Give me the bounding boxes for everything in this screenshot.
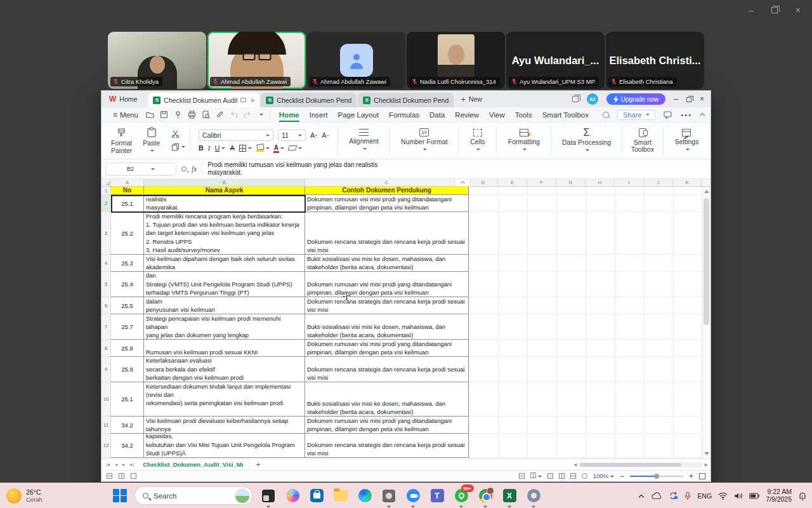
empty-cells[interactable] — [469, 272, 702, 297]
app-zoom-icon[interactable] — [405, 488, 421, 504]
onedrive-cloud-icon[interactable] — [652, 492, 662, 500]
cell-B6[interactable]: Mekanisme dan keterlibatan pemangku kepe… — [144, 297, 305, 314]
cell-C11[interactable]: Dokumen rumusan visi misi prodi yang dit… — [305, 417, 469, 434]
empty-cells[interactable] — [469, 340, 702, 357]
share-button[interactable]: Share — [617, 110, 655, 120]
empty-cells[interactable] — [469, 187, 702, 195]
smart-toolbox-button[interactable]: Smart Toolbox — [627, 128, 658, 154]
format-brush-icon[interactable] — [216, 110, 224, 119]
hscroll-right-icon[interactable]: ▶ — [705, 462, 708, 467]
print-preview-icon[interactable] — [202, 110, 210, 119]
zoom-in-button[interactable]: + — [689, 472, 693, 481]
row-header[interactable]: 12 — [102, 434, 111, 458]
empty-cells[interactable] — [469, 382, 702, 417]
column-header-C[interactable]: C — [305, 179, 469, 186]
speaker-icon[interactable] — [734, 492, 743, 500]
menu-item-insert[interactable]: Insert — [304, 107, 333, 122]
normal-view-icon[interactable] — [547, 473, 553, 479]
search-box[interactable]: Search — [134, 486, 252, 505]
menu-item-view[interactable]: View — [484, 107, 510, 122]
next-sheet-icon[interactable]: ▸ — [121, 462, 127, 467]
row-header[interactable]: 6 — [102, 297, 111, 314]
tab-close-icon[interactable]: × — [251, 97, 254, 104]
upgrade-button[interactable]: Upgrade now — [606, 93, 665, 105]
collapse-ribbon-icon[interactable] — [700, 113, 705, 118]
document-tab[interactable]: SChecklist Dokumen Audit Vi× — [148, 93, 259, 107]
tab-wps-home[interactable]: W Home — [102, 91, 147, 107]
row-header[interactable]: 1 — [102, 187, 111, 195]
bold-button[interactable]: B — [199, 144, 204, 152]
document-tab[interactable]: SChecklist Dokumen Pendukung Audi — [358, 93, 454, 107]
window-minimize-button[interactable]: – — [674, 95, 678, 104]
new-tab-button[interactable]: + New — [454, 91, 488, 107]
scroll-down-icon[interactable] — [704, 452, 709, 455]
cell-C10[interactable]: Bukti sosialisasi visi misi ke dosen, ma… — [305, 382, 469, 417]
meeting-close-icon[interactable]: × — [796, 5, 801, 15]
cell-A12[interactable]: 34.2 — [111, 434, 144, 458]
cell-A10[interactable]: 25.1 — [111, 382, 144, 417]
row-header[interactable]: 7 — [102, 314, 111, 340]
underline-button[interactable]: U — [215, 144, 226, 152]
menu-item-tools[interactable]: Tools — [510, 107, 537, 122]
cells-button[interactable]: Cells — [463, 129, 492, 153]
row-header[interactable]: 11 — [102, 417, 111, 434]
battery-icon[interactable] — [749, 493, 759, 499]
weather-widget[interactable]: 26°C Cerah — [0, 488, 43, 504]
cell-A7[interactable]: 25.7 — [111, 314, 144, 340]
menu-item-review[interactable]: Review — [450, 107, 484, 122]
cell-C6[interactable]: Dokumen rencana strategis dan rencana ke… — [305, 297, 469, 314]
copy-button[interactable] — [171, 143, 185, 151]
hidden-icons-chevron[interactable] — [638, 493, 645, 498]
cell-B2[interactable]: Prodi memiliki rumusan visi keilmuan yan… — [144, 195, 305, 212]
formula-search-icon[interactable] — [181, 166, 187, 171]
open-folder-icon[interactable] — [146, 110, 154, 119]
cell-A11[interactable]: 34.2 — [111, 417, 144, 434]
sheet-tab-active[interactable]: Checklist_Dokumen_Audit_Visi_Mi — [137, 459, 249, 470]
page-layout-view-icon[interactable] — [559, 473, 565, 479]
app-file-explorer-icon[interactable] — [332, 488, 349, 504]
menu-item-formulas[interactable]: Formulas — [384, 107, 424, 122]
app-microsoft-store-icon[interactable] — [308, 488, 325, 504]
row-header[interactable]: 5 — [102, 272, 111, 297]
alignment-button[interactable]: Alignment — [343, 129, 385, 152]
window-close-button[interactable]: × — [700, 95, 704, 104]
accessibility-icon[interactable] — [131, 473, 136, 479]
app-camera-icon[interactable] — [381, 488, 397, 504]
insert-function-icon[interactable]: fx — [192, 165, 197, 173]
page-break-view-icon[interactable] — [570, 473, 576, 479]
app-teams-icon[interactable]: T — [429, 488, 445, 504]
cell-C8[interactable]: Dokumen rumusan visi misi prodi yang dit… — [305, 340, 469, 357]
menu-button[interactable]: ≡Menu — [108, 107, 143, 122]
reader-mode-button[interactable] — [582, 473, 587, 479]
empty-cells[interactable] — [469, 357, 702, 382]
meeting-restore-icon[interactable] — [771, 7, 778, 13]
document-tab[interactable]: SChecklist Dokumen Pendukung Aud — [261, 93, 357, 107]
menu-item-home[interactable]: Home — [274, 107, 304, 122]
app-copilot-icon[interactable] — [284, 488, 301, 504]
stamp-tool-button[interactable] — [530, 472, 542, 479]
cell-B9[interactable]: Keterlaksanaan evaluasi secara berkala d… — [144, 357, 305, 382]
print-icon[interactable] — [188, 110, 196, 119]
menu-item-page-layout[interactable]: Page Layout — [333, 107, 384, 122]
paste-button[interactable]: Paste — [136, 127, 166, 154]
cell-C4[interactable]: Bukti sosialisasi visi misi ke dosen, ma… — [305, 255, 469, 272]
font-color-button[interactable]: A — [274, 145, 284, 151]
formatting-button[interactable]: Formatting — [501, 129, 546, 153]
search-icon[interactable] — [603, 112, 609, 118]
settings-button[interactable]: Settings — [668, 129, 705, 153]
number-format-button[interactable]: 1≡ Number Format — [395, 128, 454, 153]
participant-tile[interactable]: Nadia Lutfi Choirunnisa_314 — [407, 32, 505, 89]
app-settings-icon[interactable] — [525, 488, 542, 504]
scroll-up-icon[interactable] — [704, 190, 709, 193]
cell-A6[interactable]: 25.5 — [111, 297, 144, 314]
cell-A2[interactable]: 25.1 — [111, 195, 144, 212]
language-indicator[interactable]: ENG — [697, 492, 712, 500]
format-painter-button[interactable]: Format Painter — [107, 127, 136, 154]
tab-list-icon[interactable] — [572, 96, 579, 102]
save-icon[interactable] — [160, 110, 168, 119]
font-size-select[interactable]: 11 — [278, 130, 306, 141]
collapse-formula-bar-button[interactable] — [454, 179, 471, 187]
column-header-K[interactable]: K — [673, 179, 702, 186]
pin-icon[interactable] — [174, 110, 182, 119]
italic-button[interactable]: I — [208, 144, 211, 152]
